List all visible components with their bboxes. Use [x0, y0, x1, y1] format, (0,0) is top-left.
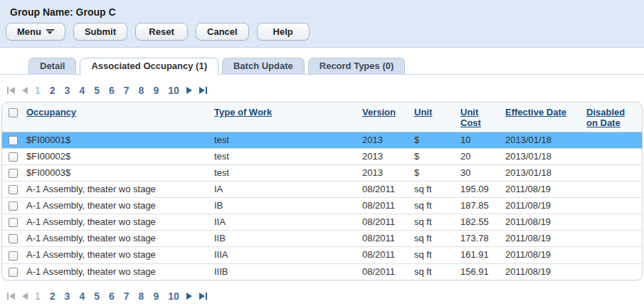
page-link-4[interactable]: 4: [79, 85, 85, 96]
page-link-8[interactable]: 8: [139, 85, 144, 96]
column-header-unit[interactable]: Unit: [414, 107, 432, 117]
table-row: A-1 Assembly, theater wo stageIIIB08/201…: [2, 263, 642, 280]
page-link-9[interactable]: 9: [153, 85, 159, 96]
column-header-occupancy[interactable]: Occupancy: [26, 107, 76, 117]
page-link-10[interactable]: 10: [168, 85, 179, 96]
cell-unit-cost: 173.78: [456, 231, 501, 247]
column-header-effective-date[interactable]: Effective Date: [505, 107, 566, 117]
page-link-1: 1: [35, 290, 41, 302]
column-header-unit-cost[interactable]: Unit Cost: [460, 107, 481, 128]
page-link-7[interactable]: 7: [124, 85, 130, 96]
page-link-8[interactable]: 8: [139, 290, 144, 302]
row-checkbox[interactable]: [9, 136, 18, 145]
cell-unit: sq ft: [410, 231, 456, 247]
page-link-3[interactable]: 3: [65, 290, 70, 302]
next-page-icon[interactable]: [186, 87, 192, 94]
cell-unit: sq ft: [410, 182, 456, 198]
page-link-4[interactable]: 4: [79, 290, 85, 302]
page-link-1: 1: [35, 85, 41, 96]
cell-unit-cost: 182.55: [456, 214, 501, 231]
cell-unit-cost: 30: [456, 165, 501, 182]
cell-version: 08/2011: [358, 198, 410, 214]
row-checkbox[interactable]: [9, 234, 18, 243]
page-link-7[interactable]: 7: [124, 290, 130, 302]
cell-effective-date: 2011/08/19: [501, 231, 582, 247]
page-link-10[interactable]: 10: [168, 290, 179, 302]
cell-unit: sq ft: [410, 198, 456, 214]
row-checkbox[interactable]: [9, 185, 18, 194]
help-button[interactable]: Help: [257, 23, 310, 41]
page-link-5[interactable]: 5: [94, 290, 100, 302]
row-checkbox[interactable]: [9, 169, 18, 178]
cell-type-of-work: IIA: [210, 214, 358, 231]
cell-type-of-work: test: [210, 149, 358, 165]
last-page-icon[interactable]: [199, 87, 207, 94]
cell-disabled-on-date: [582, 182, 642, 198]
row-checkbox[interactable]: [9, 268, 18, 277]
cell-type-of-work: IIIB: [210, 263, 358, 280]
cell-unit-cost: 20: [456, 149, 501, 165]
row-checkbox[interactable]: [9, 251, 18, 261]
page-link-9[interactable]: 9: [153, 290, 159, 302]
cell-type-of-work: IA: [210, 182, 358, 198]
page-link-2[interactable]: 2: [50, 290, 56, 302]
table-row: A-1 Assembly, theater wo stageIIB08/2011…: [2, 231, 642, 247]
cell-version: 08/2011: [358, 182, 410, 198]
tab-batch-update[interactable]: Batch Update: [222, 58, 305, 74]
tab-detail[interactable]: Detail: [28, 58, 76, 74]
page-link-3[interactable]: 3: [65, 85, 70, 96]
cell-occupancy: A-1 Assembly, theater wo stage: [22, 231, 210, 247]
pagination-top: 12345678910: [7, 85, 644, 95]
cell-effective-date: 2013/01/18: [501, 132, 582, 149]
first-page-icon: [7, 87, 15, 94]
cell-occupancy: A-1 Assembly, theater wo stage: [22, 214, 210, 231]
table-row: A-1 Assembly, theater wo stageIB08/2011s…: [2, 198, 642, 214]
tab-record-types[interactable]: Record Types (0): [308, 58, 406, 74]
cell-version: 2013: [358, 165, 410, 182]
cell-effective-date: 2011/08/19: [501, 214, 582, 231]
cell-version: 2013: [358, 132, 410, 149]
cell-effective-date: 2013/01/18: [501, 165, 582, 182]
cell-effective-date: 2011/08/19: [501, 182, 582, 198]
cell-occupancy: A-1 Assembly, theater wo stage: [22, 182, 210, 198]
next-page-icon[interactable]: [186, 293, 192, 300]
select-all-checkbox[interactable]: [9, 108, 18, 117]
column-header-type-of-work[interactable]: Type of Work: [214, 107, 272, 117]
menu-button[interactable]: Menu: [6, 23, 65, 41]
cell-type-of-work: test: [210, 132, 358, 149]
cell-occupancy: A-1 Assembly, theater wo stage: [22, 247, 210, 263]
cell-version: 08/2011: [358, 263, 410, 280]
last-page-icon[interactable]: [199, 293, 207, 300]
page-links: 12345678910: [35, 290, 179, 302]
table-row: $FI00002$test2013$202013/01/18: [2, 149, 642, 165]
cell-effective-date: 2011/08/19: [501, 198, 582, 214]
tab-associated-occupancy[interactable]: Associated Occupancy (1): [80, 58, 218, 75]
previous-page-icon: [22, 293, 28, 300]
cell-version: 08/2011: [358, 231, 410, 247]
cell-disabled-on-date: [582, 263, 642, 280]
cell-effective-date: 2011/08/19: [501, 263, 582, 280]
reset-button[interactable]: Reset: [135, 23, 188, 41]
page-link-2[interactable]: 2: [50, 85, 56, 96]
cell-occupancy: $FI00003$: [22, 165, 210, 182]
row-checkbox[interactable]: [9, 218, 18, 227]
row-checkbox[interactable]: [9, 201, 18, 211]
first-page-icon: [7, 293, 15, 300]
cell-unit: $: [410, 132, 456, 149]
row-checkbox[interactable]: [9, 152, 18, 162]
cell-occupancy: $FI00002$: [22, 149, 210, 165]
page-link-6[interactable]: 6: [109, 290, 115, 302]
column-header-version[interactable]: Version: [362, 107, 396, 117]
table-row: A-1 Assembly, theater wo stageIIIA08/201…: [2, 247, 642, 263]
cell-unit: sq ft: [410, 263, 456, 280]
cell-disabled-on-date: [582, 231, 642, 247]
page-link-6[interactable]: 6: [109, 85, 115, 96]
page-link-5[interactable]: 5: [94, 85, 100, 96]
cell-effective-date: 2013/01/18: [501, 149, 582, 165]
cell-unit-cost: 187.85: [456, 198, 501, 214]
cancel-button[interactable]: Cancel: [196, 23, 249, 41]
column-header-disabled-on-date[interactable]: Disabled on Date: [586, 107, 625, 128]
cell-occupancy: $FI00001$: [22, 132, 210, 149]
previous-page-icon: [22, 87, 28, 94]
submit-button[interactable]: Submit: [73, 23, 127, 41]
